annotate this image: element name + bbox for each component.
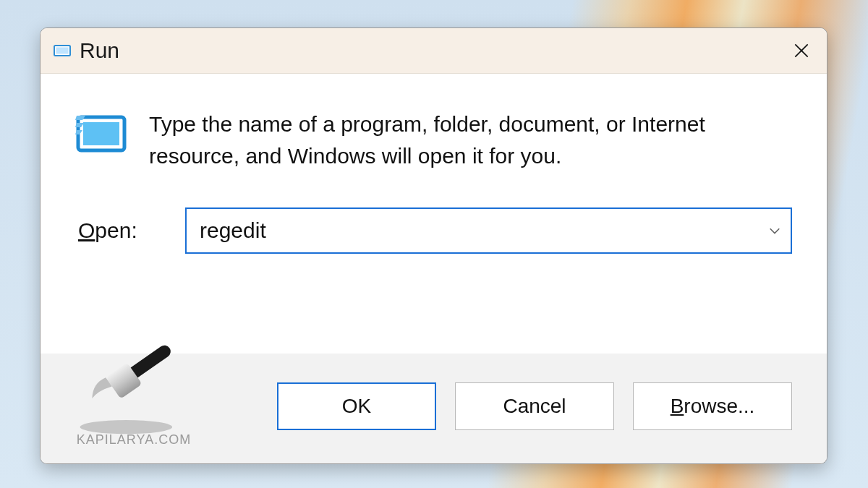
- dialog-title: Run: [80, 38, 776, 63]
- open-input[interactable]: [198, 218, 762, 244]
- svg-rect-5: [83, 122, 119, 145]
- titlebar[interactable]: Run: [41, 28, 827, 74]
- cancel-button[interactable]: Cancel: [455, 382, 614, 430]
- cancel-button-label: Cancel: [503, 395, 566, 418]
- instruction-row: Type the name of a program, folder, docu…: [75, 108, 792, 171]
- open-row: Open:: [75, 207, 792, 254]
- close-button[interactable]: [776, 28, 827, 73]
- watermark-text: KAPILARYA.COM: [77, 432, 191, 448]
- run-large-icon: [75, 113, 127, 155]
- dialog-body: Type the name of a program, folder, docu…: [41, 74, 827, 463]
- svg-point-6: [80, 420, 173, 434]
- ok-button-label: OK: [342, 395, 371, 418]
- chevron-down-icon[interactable]: [762, 223, 780, 239]
- desktop-background: Run: [0, 0, 868, 488]
- close-icon: [792, 41, 811, 60]
- ok-button[interactable]: OK: [277, 382, 436, 430]
- svg-rect-1: [56, 48, 69, 54]
- run-dialog: Run: [40, 27, 827, 464]
- instruction-text: Type the name of a program, folder, docu…: [149, 108, 786, 171]
- open-combobox[interactable]: [185, 207, 792, 254]
- open-label: Open:: [78, 218, 158, 243]
- run-app-icon: [54, 42, 71, 59]
- content-area: Type the name of a program, folder, docu…: [41, 74, 827, 353]
- browse-button[interactable]: Browse...: [633, 382, 792, 430]
- browse-button-label: Browse...: [671, 395, 755, 418]
- button-strip: KAPILARYA.COM OK Cancel Browse...: [41, 353, 827, 463]
- svg-rect-8: [106, 362, 142, 398]
